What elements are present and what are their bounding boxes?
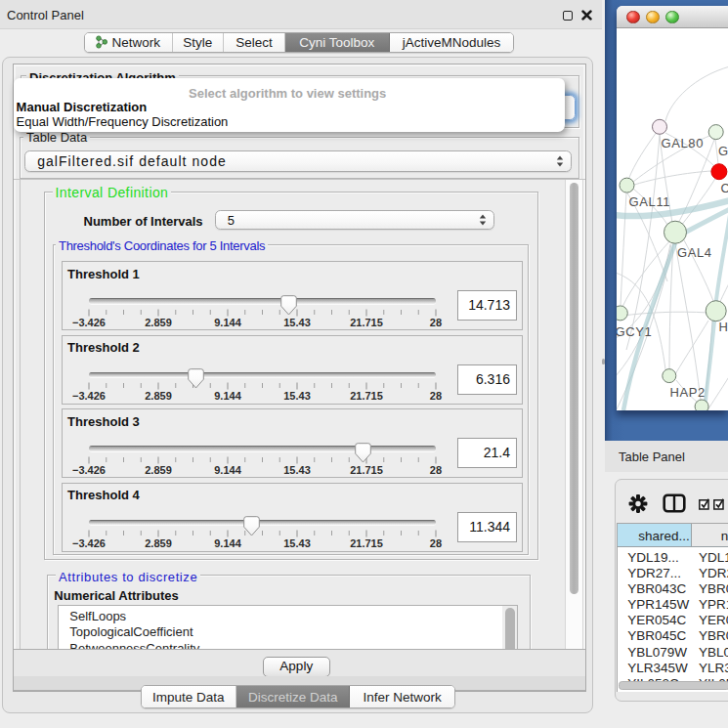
svg-text:GAL2: GAL2: [718, 144, 728, 158]
svg-text:GAL11: GAL11: [629, 194, 671, 209]
svg-text:CYC: CYC: [721, 180, 728, 194]
svg-text:HAP2: HAP2: [670, 385, 706, 400]
svg-text:GAL4: GAL4: [677, 245, 712, 260]
svg-text:GCY1: GCY1: [617, 324, 652, 339]
svg-text:HIS: HIS: [719, 320, 728, 334]
svg-text:GAL80: GAL80: [662, 135, 704, 150]
